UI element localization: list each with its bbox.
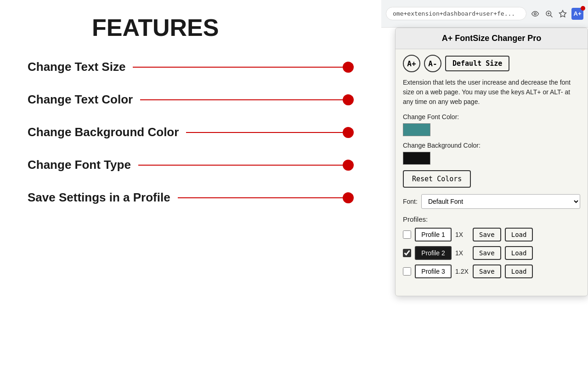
- feature-label-save-profile: Save Settings in a Profile: [28, 190, 170, 205]
- feature-label-font-type: Change Font Type: [28, 158, 131, 172]
- feature-item-save-profile: Save Settings in a Profile: [28, 190, 354, 205]
- profile-save-button-3[interactable]: Save: [473, 264, 501, 278]
- profile-checkbox-1[interactable]: [403, 230, 411, 239]
- browser-bar: ome+extension+dashboard+user+fe... A+: [381, 0, 588, 28]
- browser-url-bar[interactable]: ome+extension+dashboard+user+fe...: [386, 7, 526, 20]
- profile-name-button-1[interactable]: Profile 1: [415, 228, 452, 242]
- profile-load-button-1[interactable]: Load: [505, 228, 533, 242]
- profile-save-button-1[interactable]: Save: [473, 228, 501, 242]
- profile-load-button-2[interactable]: Load: [505, 246, 533, 260]
- profile-load-button-3[interactable]: Load: [505, 264, 533, 278]
- extension-popup: A+ FontSize Changer Pro A+ A- Default Si…: [395, 28, 588, 296]
- bg-color-label: Change Background Color:: [403, 142, 580, 149]
- profiles-container: Profile 11XSaveLoadProfile 21XSaveLoadPr…: [403, 228, 580, 278]
- feature-line-3: [186, 132, 343, 133]
- font-select[interactable]: Default Font: [421, 194, 580, 209]
- font-row: Font: Default Font: [403, 194, 580, 209]
- page-title: FEATURES: [92, 14, 354, 41]
- eye-icon[interactable]: [530, 9, 540, 19]
- svg-marker-5: [560, 10, 566, 17]
- feature-line-4: [138, 165, 343, 166]
- feature-line-1: [133, 67, 343, 68]
- profile-multiplier-1: 1X: [455, 231, 469, 238]
- feature-line-5: [178, 197, 343, 198]
- profile-checkbox-3[interactable]: [403, 267, 411, 276]
- profile-name-button-2[interactable]: Profile 2: [415, 246, 452, 260]
- popup-title: A+ FontSize Changer Pro: [396, 28, 588, 49]
- decrease-size-button[interactable]: A-: [424, 55, 441, 72]
- reset-colors-button[interactable]: Reset Colors: [403, 170, 471, 188]
- star-icon[interactable]: [558, 9, 568, 19]
- font-label: Font:: [403, 198, 418, 205]
- feature-dot-3: [343, 127, 354, 138]
- profile-row-3: Profile 31.2XSaveLoad: [403, 264, 580, 278]
- feature-item-text-size: Change Text Size: [28, 60, 354, 74]
- browser-icons: A+: [530, 8, 583, 20]
- feature-item-text-color: Change Text Color: [28, 92, 354, 107]
- feature-item-font-type: Change Font Type: [28, 158, 354, 172]
- feature-label-text-color: Change Text Color: [28, 92, 133, 107]
- zoom-icon[interactable]: [544, 9, 554, 19]
- extension-badge: [581, 6, 585, 11]
- feature-label-text-size: Change Text Size: [28, 60, 125, 74]
- default-size-button[interactable]: Default Size: [445, 56, 509, 71]
- feature-dot-1: [343, 62, 354, 73]
- svg-line-2: [550, 15, 552, 17]
- increase-size-button[interactable]: A+: [403, 55, 420, 72]
- profiles-label: Profiles:: [403, 215, 580, 223]
- profile-multiplier-2: 1X: [455, 249, 469, 257]
- feature-dot-2: [343, 94, 354, 105]
- font-color-label: Change Font Color:: [403, 113, 580, 121]
- profile-row-2: Profile 21XSaveLoad: [403, 246, 580, 260]
- profile-multiplier-3: 1.2X: [455, 268, 469, 275]
- profile-checkbox-2[interactable]: [403, 249, 411, 257]
- extension-icon-label: A+: [574, 10, 582, 17]
- svg-point-0: [534, 12, 537, 15]
- font-color-swatch[interactable]: [403, 123, 430, 136]
- bg-color-swatch[interactable]: [403, 152, 430, 165]
- feature-label-bg-color: Change Background Color: [28, 125, 179, 139]
- feature-dot-5: [343, 192, 354, 203]
- profile-name-button-3[interactable]: Profile 3: [415, 264, 452, 278]
- profile-save-button-2[interactable]: Save: [473, 246, 501, 260]
- extension-button[interactable]: A+: [571, 8, 583, 20]
- profile-row-1: Profile 11XSaveLoad: [403, 228, 580, 242]
- feature-line-2: [140, 99, 343, 100]
- extension-description: Extension that lets the user increase an…: [403, 78, 580, 107]
- feature-item-bg-color: Change Background Color: [28, 125, 354, 139]
- popup-body: A+ A- Default Size Extension that lets t…: [396, 49, 588, 288]
- feature-dot-4: [343, 160, 354, 171]
- size-buttons-row: A+ A- Default Size: [403, 55, 580, 72]
- left-panel: FEATURES Change Text Size Change Text Co…: [0, 0, 381, 368]
